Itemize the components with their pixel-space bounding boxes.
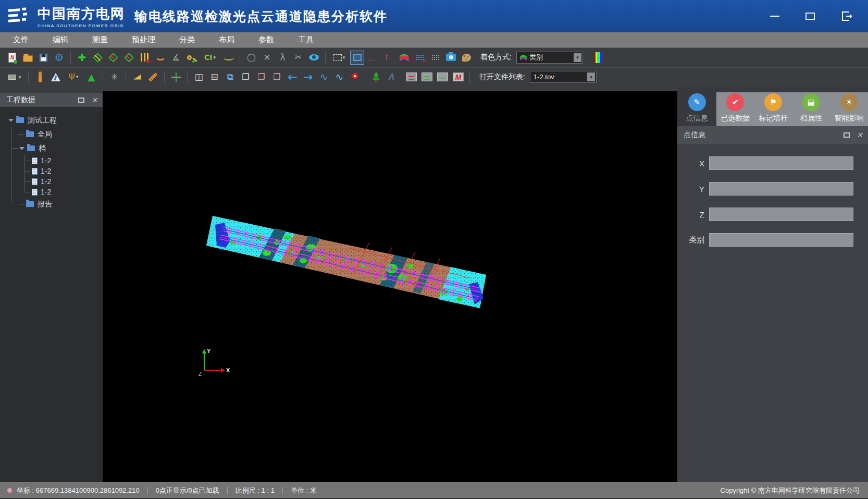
tab-selected-data[interactable]: ✔ 已选数据 bbox=[716, 92, 754, 126]
title-bar: 中国南方电网 CHINA SOUTHERN POWER GRID 输电线路巡检激… bbox=[0, 0, 868, 32]
delete-points-button[interactable]: ✕ bbox=[260, 51, 274, 65]
menu-tools[interactable]: 工具 bbox=[286, 32, 326, 47]
logo-subtitle: CHINA SOUTHERN POWER GRID bbox=[38, 23, 125, 28]
menu-edit[interactable]: 编辑 bbox=[41, 32, 80, 47]
tree-node-report[interactable]: 报告 bbox=[0, 197, 103, 211]
tab-point-info[interactable]: ✎ 点信息 bbox=[677, 92, 716, 126]
tab-mark-tower[interactable]: ⚑ 标记塔杆 bbox=[754, 92, 792, 126]
previous-span-button[interactable]: ← bbox=[286, 70, 300, 84]
span-single-curve-icon bbox=[437, 72, 448, 81]
angle-measure-button[interactable]: ∡ bbox=[169, 51, 183, 65]
branch-angle-button[interactable]: Ψ▾ bbox=[64, 70, 83, 84]
fence-select-button[interactable] bbox=[366, 51, 380, 65]
hazard-analysis-button[interactable] bbox=[48, 70, 63, 84]
category-field-input[interactable] bbox=[709, 233, 853, 247]
split-horizontal-button[interactable]: ⊟ bbox=[207, 70, 221, 84]
display-mode-button[interactable]: ▾ bbox=[5, 70, 24, 84]
window-view-button-1[interactable]: ❐ bbox=[254, 70, 268, 84]
next-span-button[interactable]: → bbox=[301, 70, 315, 84]
close-panel-icon[interactable]: ✕ bbox=[91, 96, 97, 104]
vegetation-classify-button[interactable] bbox=[369, 70, 383, 84]
tree-node-global[interactable]: 全局 bbox=[0, 127, 103, 141]
section-divider-button[interactable] bbox=[169, 70, 183, 84]
restore-panel-icon[interactable] bbox=[844, 132, 850, 138]
file-icon bbox=[32, 189, 38, 196]
save-button[interactable] bbox=[36, 51, 51, 65]
key-tool-button[interactable] bbox=[184, 51, 199, 65]
rect-select-active-button[interactable] bbox=[350, 51, 364, 65]
tree-node-file[interactable]: 1-2 bbox=[0, 166, 103, 176]
grid-pick-button[interactable] bbox=[428, 51, 442, 65]
tab-smart-imagery[interactable]: ☀ 智能影响 bbox=[830, 92, 868, 126]
menu-preprocess[interactable]: 预处理 bbox=[120, 32, 167, 47]
close-panel-icon[interactable]: ✕ bbox=[857, 131, 863, 139]
view-toggle-button[interactable] bbox=[307, 51, 321, 65]
span-view-button-2[interactable] bbox=[420, 70, 434, 84]
fence-select-small-button[interactable] bbox=[381, 51, 395, 65]
y-field-input[interactable] bbox=[709, 182, 853, 196]
ellipse-select-button[interactable]: ◯ bbox=[244, 51, 258, 65]
move-tool-button[interactable]: ✚ bbox=[75, 51, 89, 65]
tree-node-project[interactable]: 测试工程 bbox=[0, 113, 103, 127]
menu-layout[interactable]: 布局 bbox=[207, 32, 246, 47]
node-link-button[interactable]: ✳ bbox=[107, 70, 121, 84]
menu-classify[interactable]: 分类 bbox=[167, 32, 207, 47]
exit-button[interactable]: → bbox=[839, 9, 852, 23]
ci-tool-button[interactable]: CI▾ bbox=[200, 51, 220, 65]
coloring-mode-select[interactable]: 类别 ▾ bbox=[516, 52, 583, 64]
tree-node-file[interactable]: 1-2 bbox=[0, 176, 103, 187]
restore-panel-icon[interactable] bbox=[78, 98, 84, 103]
section-marker-button[interactable] bbox=[138, 51, 152, 65]
vertical-ruler-button[interactable] bbox=[33, 70, 47, 84]
catenary-fit-button[interactable] bbox=[221, 51, 235, 65]
profile-tool-button-1[interactable] bbox=[91, 51, 105, 65]
elevation-ramp-button[interactable] bbox=[592, 51, 606, 65]
polyline-tool-button-2[interactable]: ∿ bbox=[332, 70, 346, 84]
expand-arrow-icon[interactable] bbox=[19, 147, 24, 150]
span-view-button-3[interactable] bbox=[436, 70, 450, 84]
window-view-button-2[interactable]: ❐ bbox=[270, 70, 284, 84]
palette-button[interactable] bbox=[460, 51, 474, 65]
tree-node-file[interactable]: 1-2 bbox=[0, 155, 103, 166]
rect-select-button[interactable]: ▾ bbox=[330, 51, 349, 65]
profile-tool-button-2[interactable] bbox=[106, 51, 120, 65]
tree-node-file[interactable]: 1-2 bbox=[0, 187, 103, 197]
new-file-button[interactable] bbox=[5, 51, 19, 65]
new-window-button[interactable]: ❐ bbox=[239, 70, 253, 84]
tab-span-properties[interactable]: ▤ 档属性 bbox=[792, 92, 830, 126]
tree-node-label: 1-2 bbox=[41, 167, 51, 175]
snapshot-button[interactable] bbox=[444, 51, 458, 65]
z-field-input[interactable] bbox=[709, 208, 853, 221]
viewport-canvas[interactable]: Y X Z bbox=[103, 86, 677, 482]
menu-file[interactable]: 文件 bbox=[1, 32, 41, 47]
point-pick-button[interactable]: λ bbox=[276, 51, 290, 65]
x-field-input[interactable] bbox=[709, 156, 853, 170]
polyline-tool-button-1[interactable]: ∿ bbox=[317, 70, 331, 84]
expand-arrow-icon[interactable] bbox=[8, 119, 14, 122]
open-file-button[interactable] bbox=[21, 51, 35, 65]
diagonal-ruler-button[interactable] bbox=[146, 70, 160, 84]
split-vertical-button[interactable]: ◫ bbox=[192, 70, 206, 84]
maximize-button[interactable] bbox=[803, 9, 817, 23]
measure-m-button[interactable]: M bbox=[451, 70, 465, 84]
clean-tool-button[interactable] bbox=[130, 70, 144, 84]
cascade-windows-button[interactable]: ⧉ bbox=[223, 70, 237, 84]
profile-tool-button-3[interactable] bbox=[122, 51, 136, 65]
settings-button[interactable]: ⚙ bbox=[52, 51, 66, 65]
grid-delete-button[interactable] bbox=[413, 51, 427, 65]
tower-classify-button[interactable]: Λ bbox=[385, 70, 399, 84]
cut-tool-button[interactable]: ✂ bbox=[291, 51, 305, 65]
arc-measure-button[interactable] bbox=[153, 51, 167, 65]
field-row-category: 类别 bbox=[677, 233, 868, 247]
location-pin-button[interactable] bbox=[348, 70, 362, 84]
tree-guide-line bbox=[24, 155, 25, 191]
open-file-list-select[interactable]: 1-2.tov ▾ bbox=[530, 71, 597, 83]
tree-node-spans[interactable]: 档 bbox=[0, 141, 103, 155]
class-layers-button[interactable] bbox=[397, 51, 411, 65]
axis-z-label: Z bbox=[199, 371, 202, 377]
menu-measure[interactable]: 测量 bbox=[80, 32, 120, 47]
menu-parameters[interactable]: 参数 bbox=[246, 32, 286, 47]
north-arrow-button[interactable]: ▲ bbox=[84, 70, 98, 84]
span-view-button-1[interactable] bbox=[404, 70, 418, 84]
minimize-button[interactable] bbox=[768, 9, 782, 23]
